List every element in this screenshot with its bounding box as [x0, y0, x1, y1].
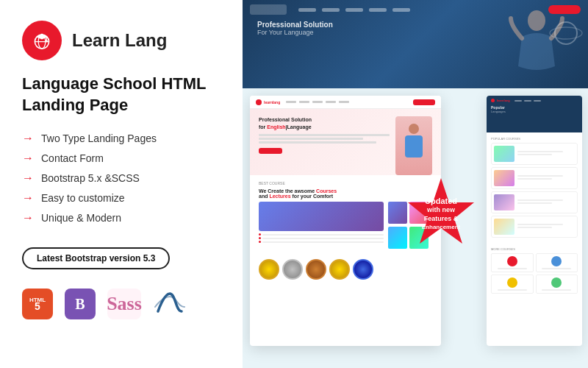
curl-icon-wrapper — [153, 289, 187, 319]
side-card-image — [494, 170, 514, 186]
side-grid-item — [491, 253, 534, 272]
side-bottom-title: More Courses — [491, 247, 578, 251]
mockup-nav-links — [286, 101, 349, 103]
person-silhouette — [403, 124, 425, 168]
list-line — [262, 234, 384, 236]
side-card-line — [517, 154, 552, 155]
mockup-logo-dot — [256, 99, 262, 105]
side-nav-logo-text: learnlang — [497, 99, 510, 102]
brand-row: Learn Lang — [22, 21, 220, 60]
grid-icon-4 — [551, 277, 562, 288]
mockup-nav-link — [339, 101, 349, 103]
badge-3 — [306, 259, 326, 280]
svg-point-11 — [528, 10, 545, 31]
grid-line — [542, 289, 571, 291]
side-card-section: Popular Courses — [487, 132, 582, 244]
nav-link-item — [345, 8, 363, 12]
mockup-hero-desc-line — [259, 138, 363, 140]
list-item: → Unique & Modern — [22, 211, 220, 224]
side-card-image — [494, 194, 514, 210]
list-item: → Easy to customize — [22, 191, 220, 205]
updated-line2: with new — [427, 206, 455, 215]
planet-decoration — [548, 15, 584, 54]
updated-line3: Features & — [424, 215, 459, 224]
tech-icons-row: 5 HTML B Sass — [22, 289, 220, 319]
side-card-section-title: Popular Courses — [491, 137, 578, 141]
side-card-lines — [517, 199, 575, 205]
list-line — [262, 238, 384, 239]
bootstrap-badge[interactable]: Latest Bootstrap version 5.3 — [22, 247, 170, 269]
side-nav-link — [534, 100, 541, 102]
top-preview-strip: Professional Solution For Your Language — [243, 0, 588, 88]
mockup-hero-desc-line — [259, 134, 390, 136]
list-dot — [259, 237, 261, 239]
curl-svg — [154, 291, 186, 317]
mockup-hero-image — [395, 116, 432, 175]
mockup-badges-row — [250, 255, 441, 284]
side-card-line — [517, 199, 563, 201]
side-nav-logo-dot — [491, 99, 495, 102]
brand-name: Learn Lang — [72, 30, 167, 51]
main-preview-area: learnlang Professional Solutionfor Engli… — [243, 88, 588, 368]
product-title: Language School HTML Landing Page — [22, 74, 220, 116]
list-dot — [259, 233, 261, 236]
side-card-line — [517, 175, 563, 177]
mockup-course-image-1 — [259, 202, 384, 231]
arrow-icon: → — [22, 171, 34, 185]
features-list: → Two Type Landing Pages → Contact Form … — [22, 132, 220, 231]
arrow-icon: → — [22, 211, 34, 224]
lectures-accent: Lectures — [269, 194, 290, 199]
mockup-hero-title: Professional Solutionfor English|Languag… — [259, 116, 390, 131]
badge-4 — [329, 259, 350, 280]
mockup-logo-text: learnlang — [264, 100, 280, 105]
side-mockup-nav: learnlang — [491, 99, 578, 102]
mockup-nav: learnlang — [250, 96, 441, 109]
mockup-nav-link — [299, 101, 309, 103]
grid-line — [542, 268, 571, 269]
side-card-image — [494, 219, 514, 235]
side-grid-item — [536, 253, 578, 272]
mockup-hero-text: Professional Solutionfor English|Languag… — [259, 116, 390, 154]
side-card-line — [517, 224, 563, 225]
grid-icon-3 — [507, 277, 517, 288]
top-nav-links — [298, 8, 410, 12]
side-grid — [491, 253, 578, 294]
svg-point-5 — [46, 40, 48, 42]
svg-marker-3 — [36, 33, 48, 39]
list-item: → Contact Form — [22, 152, 220, 165]
side-card-item — [491, 143, 578, 165]
side-card-image — [494, 146, 514, 162]
globe-icon — [30, 29, 54, 52]
list-dot — [259, 241, 261, 243]
side-grid-item — [491, 275, 534, 294]
nav-link-item — [298, 8, 316, 12]
person-head — [409, 124, 419, 134]
side-card-lines — [517, 151, 575, 157]
side-nav-links — [514, 100, 541, 102]
mockup-list-item — [259, 237, 384, 239]
grid-icon-2 — [551, 256, 562, 266]
side-card-item — [491, 216, 578, 238]
brand-logo — [22, 21, 62, 60]
grid-icon-1 — [507, 256, 517, 266]
courses-accent: Courses — [316, 188, 337, 194]
accent-english: English — [267, 124, 285, 130]
side-card-line — [517, 227, 552, 228]
side-card-item — [491, 191, 578, 213]
html5-svg: 5 HTML — [24, 291, 51, 317]
updated-line4: Enhancement — [422, 224, 460, 231]
mockup-hero-desc-line — [259, 141, 376, 144]
mockup-register-btn — [413, 99, 435, 105]
left-panel: Learn Lang Language School HTML Landing … — [0, 0, 243, 368]
side-card-item — [491, 167, 578, 189]
badge-2 — [282, 259, 303, 280]
side-mockup: learnlang Popular Languages Popular Cour… — [487, 96, 582, 346]
side-card-lines — [517, 175, 575, 181]
side-hero-line2: Languages — [491, 110, 578, 113]
nav-link-item — [369, 8, 387, 12]
side-card-line — [517, 178, 552, 180]
mockup-content-left — [259, 202, 384, 249]
mockup-list-item — [259, 241, 384, 243]
updated-starburst-badge: Updated with new Features & Enhancement — [404, 177, 478, 250]
svg-text:B: B — [75, 296, 85, 312]
